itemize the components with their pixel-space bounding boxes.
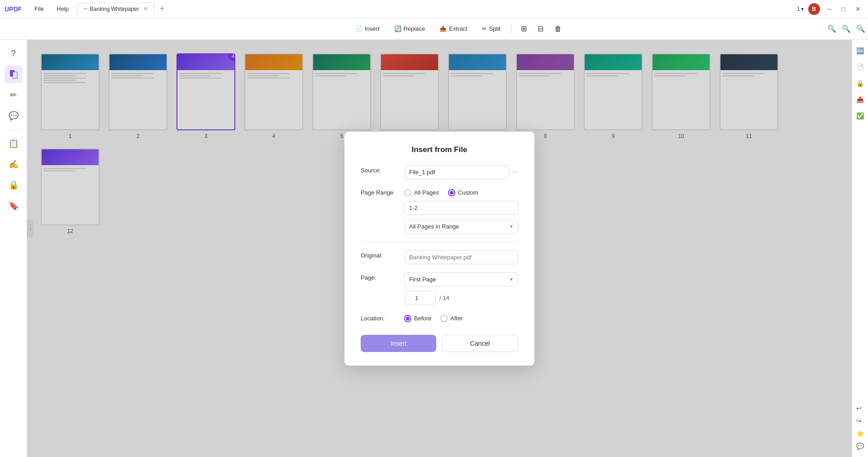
dialog-title: Insert from File	[361, 145, 518, 154]
insert-icon: 📄	[355, 25, 362, 32]
restore-button[interactable]: □	[839, 5, 848, 13]
location-radio-group: Before After	[404, 313, 518, 322]
original-input[interactable]	[404, 250, 518, 264]
page-select-wrap: First Page Last Page Specific Page ▼	[404, 272, 518, 286]
replace-label: Replace	[404, 25, 425, 32]
zoom-in-icon[interactable]: 🔍	[839, 22, 854, 36]
sidebar-pages-icon[interactable]	[5, 65, 23, 83]
custom-range-input[interactable]	[404, 201, 518, 215]
delete-icon[interactable]: 🗑	[550, 22, 566, 36]
layout-icon-2[interactable]: ⊟	[533, 22, 548, 36]
location-row: Location: Before After	[361, 313, 518, 322]
right-bottom-icons: ↩ ↪ ⭐ 💬	[854, 402, 867, 452]
page-total: / 14	[439, 295, 449, 301]
after-radio[interactable]: After	[440, 315, 463, 322]
main-layout: ? ✏ 💬 📋 ✍ 🔒 🔖 ‹	[0, 40, 868, 457]
zoom-fit-icon[interactable]: 🔍	[825, 22, 839, 36]
insert-label: Insert	[365, 25, 380, 32]
split-label: Split	[489, 25, 501, 32]
split-icon: ✂	[482, 25, 487, 32]
right-share-icon[interactable]: 📤	[854, 93, 867, 106]
custom-radio-dot	[450, 191, 453, 195]
file-menu[interactable]: File	[30, 4, 48, 14]
titlebar-right: 1 ▾ B ─ □ ✕	[797, 3, 863, 15]
sidebar-divider	[7, 129, 20, 130]
sidebar-home-icon[interactable]: ?	[5, 44, 23, 62]
sidebar-form-icon[interactable]: 📋	[5, 134, 23, 152]
app-logo: UPDF	[5, 5, 22, 13]
page-label: Page:	[361, 272, 397, 281]
tab-title: Banking Whitepaper	[90, 6, 139, 12]
zoom-out-icon[interactable]: 🔍	[854, 22, 868, 36]
sidebar-comment-icon[interactable]: 💬	[5, 107, 23, 125]
left-sidebar: ? ✏ 💬 📋 ✍ 🔒 🔖	[0, 40, 27, 457]
right-ocr-icon[interactable]: 🔤	[854, 44, 867, 57]
toolbar: 📄 Insert 🔄 Replace 📤 Extract ✂ Split ⊞ ⊟…	[0, 18, 868, 40]
right-chat-icon[interactable]: 💬	[854, 440, 867, 452]
original-field-group	[404, 250, 518, 264]
before-label: Before	[414, 315, 431, 322]
sidebar-edit-icon[interactable]: ✏	[5, 86, 23, 104]
page-indicator: 1 ▾	[797, 6, 804, 12]
titlebar: UPDF File Help ✏ Banking Whitepaper ✕ + …	[0, 0, 868, 18]
page-select[interactable]: First Page Last Page Specific Page	[404, 272, 518, 286]
before-radio[interactable]: Before	[404, 315, 431, 322]
page-number-input[interactable]	[404, 291, 436, 305]
replace-button[interactable]: 🔄 Replace	[388, 23, 432, 35]
split-button[interactable]: ✂ Split	[476, 23, 507, 35]
all-pages-radio[interactable]: All Pages	[404, 189, 439, 196]
page-range-radio-group: All Pages Custom	[404, 187, 518, 196]
custom-radio-circle	[448, 189, 455, 196]
source-browse-button[interactable]: ···	[512, 168, 518, 176]
close-button[interactable]: ✕	[853, 5, 863, 13]
tab-bar: ✏ Banking Whitepaper ✕ +	[77, 3, 793, 15]
sidebar-sign-icon[interactable]: ✍	[5, 155, 23, 173]
right-sidebar: 🔤 📄 🔒 📤 ✅ ↩ ↪ ⭐ 💬	[852, 40, 868, 457]
modal-overlay: Insert from File Source: ··· Page Range	[27, 40, 852, 457]
custom-label: Custom	[458, 189, 478, 196]
page-range-label: Page Range	[361, 187, 397, 196]
user-avatar[interactable]: B	[808, 3, 820, 15]
layout-icon-1[interactable]: ⊞	[516, 22, 531, 36]
insert-button[interactable]: 📄 Insert	[349, 23, 386, 35]
right-undo-icon[interactable]: ↩	[854, 402, 867, 414]
custom-radio[interactable]: Custom	[448, 189, 478, 196]
source-input[interactable]	[404, 165, 509, 179]
page-row: Page: First Page Last Page Specific Page…	[361, 272, 518, 305]
toolbar-divider-1	[511, 24, 512, 34]
after-radio-circle	[440, 315, 448, 322]
right-convert-icon[interactable]: 📄	[854, 61, 867, 73]
before-radio-dot	[406, 317, 410, 320]
extract-icon: 📤	[439, 25, 447, 32]
modal-divider	[361, 242, 518, 242]
new-tab-button[interactable]: +	[156, 4, 168, 14]
minimize-button[interactable]: ─	[825, 5, 835, 13]
cancel-button[interactable]: Cancel	[442, 335, 518, 352]
active-tab[interactable]: ✏ Banking Whitepaper ✕	[77, 3, 154, 15]
pages-in-range-select-wrap: All Pages in Range Odd Pages in Range Ev…	[404, 219, 518, 233]
insert-confirm-button[interactable]: Insert	[361, 335, 436, 352]
original-row: Original:	[361, 250, 518, 264]
help-menu[interactable]: Help	[52, 4, 73, 14]
sidebar-protect-icon[interactable]: 🔒	[5, 176, 23, 194]
all-pages-label: All Pages	[414, 189, 439, 196]
location-label: Location:	[361, 313, 397, 322]
source-field-group: ···	[404, 165, 518, 179]
after-label: After	[450, 315, 463, 322]
extract-button[interactable]: 📤 Extract	[433, 23, 473, 35]
right-check-icon[interactable]: ✅	[854, 109, 867, 122]
replace-icon: 🔄	[394, 25, 401, 32]
right-star-icon[interactable]: ⭐	[854, 427, 867, 440]
right-secure-icon[interactable]: 🔒	[854, 77, 867, 90]
before-radio-circle	[404, 315, 411, 322]
location-field-group: Before After	[404, 313, 518, 322]
tab-close-button[interactable]: ✕	[143, 6, 148, 12]
tab-edit-icon: ✏	[84, 6, 87, 11]
page-range-field-group: All Pages Custom	[404, 187, 518, 233]
page-number-row: / 14	[404, 291, 518, 305]
right-redo-icon[interactable]: ↪	[854, 414, 867, 427]
dialog-buttons: Insert Cancel	[361, 335, 518, 352]
sidebar-stamp-icon[interactable]: 🔖	[5, 197, 23, 215]
pages-in-range-select[interactable]: All Pages in Range Odd Pages in Range Ev…	[404, 219, 518, 233]
extract-label: Extract	[449, 25, 467, 32]
